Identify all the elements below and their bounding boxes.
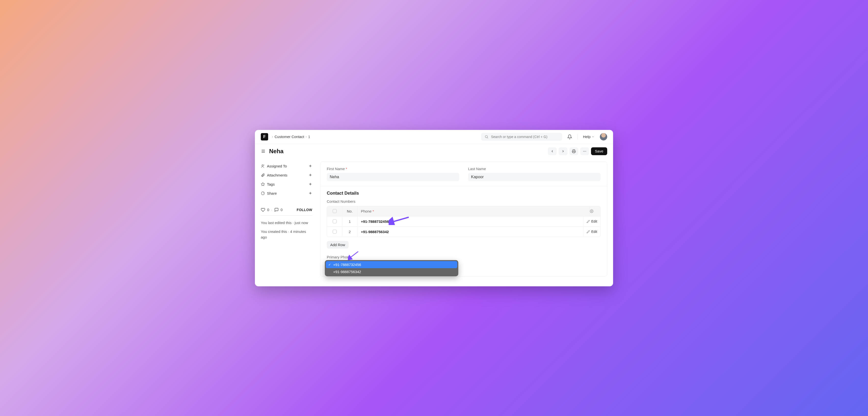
svg-point-4 <box>262 165 263 166</box>
name-row: First Name* Last Name <box>320 162 607 186</box>
last-name-field: Last Name <box>468 167 600 181</box>
sidebar-item-label: Attachments <box>267 173 287 177</box>
ellipsis-icon <box>583 149 587 153</box>
search-icon <box>485 135 489 139</box>
chevron-right-icon: › <box>306 135 307 139</box>
print-button[interactable] <box>569 147 578 155</box>
menu-toggle[interactable] <box>261 149 266 154</box>
row-checkbox[interactable] <box>333 219 337 223</box>
bell-icon <box>567 134 572 139</box>
history-edited: You last edited this · just now <box>261 220 312 226</box>
breadcrumb-parent[interactable]: Customer Contact <box>275 135 304 139</box>
paperclip-icon <box>261 173 265 177</box>
dropdown-option[interactable]: +91-9888756342 <box>326 268 457 275</box>
row-phone[interactable]: +91-7888732456 <box>358 216 583 227</box>
logo[interactable]: F <box>261 133 268 140</box>
breadcrumb-id[interactable]: 1 <box>308 135 310 139</box>
row-no: 2 <box>342 227 358 237</box>
plus-icon <box>308 164 312 168</box>
edit-row[interactable]: Edit <box>583 216 600 226</box>
section-title: Contact Details <box>320 186 607 198</box>
primary-phone-label: Primary Phone <box>320 253 607 261</box>
row-phone[interactable]: +91-9888756342 <box>358 227 583 237</box>
pencil-icon <box>587 220 590 223</box>
share-icon <box>261 191 265 195</box>
sidebar-item-tags[interactable]: Tags <box>261 180 312 189</box>
edit-row[interactable]: Edit <box>583 227 600 237</box>
prev-button[interactable] <box>548 147 557 155</box>
sidebar-item-share[interactable]: Share <box>261 189 312 198</box>
gear-icon <box>590 209 593 213</box>
breadcrumb: › Customer Contact › 1 <box>272 135 310 139</box>
svg-point-3 <box>585 151 586 151</box>
check-icon: ✓ <box>328 263 331 267</box>
toolbar-actions: Save <box>548 147 607 155</box>
svg-point-6 <box>591 211 592 212</box>
first-name-label: First Name <box>327 167 345 171</box>
chevron-left-icon <box>551 149 554 153</box>
search-placeholder: Search or type a command (Ctrl + G) <box>491 135 547 139</box>
row-checkbox[interactable] <box>333 230 337 234</box>
col-phone: Phone * <box>358 206 590 216</box>
add-row-button[interactable]: Add Row <box>327 241 349 249</box>
table-header: No. Phone * <box>327 206 600 216</box>
plus-icon <box>308 191 312 195</box>
sidebar-item-attachments[interactable]: Attachments <box>261 171 312 180</box>
sidebar-item-assigned-to[interactable]: Assigned To <box>261 162 312 171</box>
row-no: 1 <box>342 216 358 227</box>
plus-icon <box>308 182 312 186</box>
first-name-input[interactable] <box>327 173 459 181</box>
content: Assigned To Attachments Tags <box>255 159 613 286</box>
sidebar: Assigned To Attachments Tags <box>261 162 312 277</box>
menu-icon <box>261 149 266 154</box>
chevron-down-icon <box>591 135 594 138</box>
comment-icon[interactable] <box>274 208 279 212</box>
search-input[interactable]: Search or type a command (Ctrl + G) <box>481 133 562 141</box>
sidebar-item-label: Tags <box>267 182 275 186</box>
svg-point-5 <box>261 192 265 195</box>
more-button[interactable] <box>580 147 589 155</box>
history-created: You created this · 4 minutes ago <box>261 229 312 240</box>
user-plus-icon <box>261 164 265 168</box>
dropdown-menu: ✓ +91-7888732456 +91-9888756342 <box>325 260 458 276</box>
app-window: F › Customer Contact › 1 Search or type … <box>255 130 613 286</box>
like-count: 0 <box>267 208 269 212</box>
contact-table: No. Phone * 1 +91-7888732456 Edit <box>327 206 600 237</box>
help-menu[interactable]: Help <box>582 135 596 139</box>
required-mark: * <box>346 167 347 171</box>
svg-point-1 <box>583 151 584 151</box>
main-form: First Name* Last Name Contact Details Co… <box>320 162 607 277</box>
col-no: No. <box>342 206 358 216</box>
plus-icon <box>308 173 312 177</box>
primary-phone-select[interactable]: ✓ +91-7888732456 +91-9888756342 <box>327 261 600 270</box>
header-row: Neha Save <box>255 144 613 159</box>
contact-numbers-label: Contact Numbers <box>320 198 607 206</box>
social-actions: 0 · 0 FOLLOW <box>261 198 312 212</box>
table-row: 1 +91-7888732456 Edit <box>327 216 600 227</box>
avatar[interactable] <box>600 133 607 140</box>
last-name-input[interactable] <box>468 173 600 181</box>
heart-icon[interactable] <box>261 208 265 212</box>
select-all-checkbox[interactable] <box>333 209 337 213</box>
dropdown-option[interactable]: ✓ +91-7888732456 <box>326 261 457 268</box>
sidebar-item-label: Share <box>267 191 277 195</box>
svg-point-2 <box>584 151 585 151</box>
next-button[interactable] <box>559 147 567 155</box>
chevron-right-icon: › <box>272 135 273 139</box>
table-row: 2 +91-9888756342 Edit <box>327 227 600 237</box>
star-icon <box>261 182 265 186</box>
follow-button[interactable]: FOLLOW <box>297 208 312 212</box>
topbar: F › Customer Contact › 1 Search or type … <box>255 130 613 144</box>
sidebar-item-label: Assigned To <box>267 164 287 168</box>
save-button[interactable]: Save <box>591 147 607 155</box>
printer-icon <box>572 149 576 153</box>
notification-button[interactable] <box>566 133 574 140</box>
pencil-icon <box>587 230 590 233</box>
table-settings[interactable] <box>590 206 600 216</box>
divider <box>261 215 312 216</box>
help-label: Help <box>583 135 591 139</box>
chevron-right-icon <box>561 149 565 153</box>
divider <box>577 134 578 139</box>
comment-count: 0 <box>281 208 283 212</box>
svg-point-0 <box>485 135 488 138</box>
